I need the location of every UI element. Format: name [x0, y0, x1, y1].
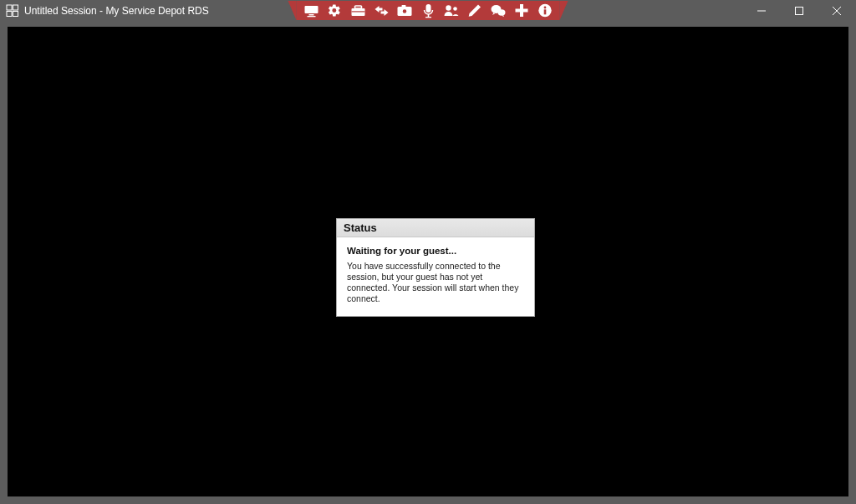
toolbar-edge-left — [288, 1, 297, 20]
window-title: Untitled Session - My Service Depot RDS — [24, 5, 209, 17]
toolbar-body — [297, 1, 560, 20]
titlebar: Untitled Session - My Service Depot RDS — [1, 1, 855, 20]
svg-rect-25 — [544, 9, 547, 14]
participants-icon[interactable] — [444, 3, 460, 18]
svg-rect-9 — [351, 11, 364, 12]
svg-point-20 — [498, 9, 506, 15]
session-toolbar — [288, 1, 568, 20]
toolbox-icon[interactable] — [350, 3, 366, 18]
svg-rect-8 — [354, 6, 361, 8]
svg-rect-26 — [757, 10, 766, 11]
svg-point-18 — [453, 7, 457, 11]
svg-rect-5 — [308, 14, 313, 16]
chat-icon[interactable] — [491, 3, 507, 18]
status-dialog: Status Waiting for your guest... You hav… — [336, 218, 535, 317]
toolbar-edge-right — [560, 1, 568, 20]
session-viewport: Status Waiting for your guest... You hav… — [8, 27, 848, 496]
status-heading: Waiting for your guest... — [347, 246, 524, 256]
svg-rect-11 — [402, 5, 406, 8]
svg-rect-6 — [307, 16, 315, 17]
monitor-icon[interactable] — [303, 3, 319, 18]
minimize-button[interactable] — [742, 1, 780, 20]
status-message: You have successfully connected to the s… — [347, 261, 524, 305]
svg-point-24 — [544, 7, 547, 9]
content-frame: Status Waiting for your guest... You hav… — [1, 20, 855, 503]
titlebar-left: Untitled Session - My Service Depot RDS — [1, 4, 209, 18]
microphone-icon[interactable] — [420, 3, 436, 18]
svg-rect-27 — [795, 7, 802, 14]
plus-icon[interactable] — [514, 3, 530, 18]
svg-rect-15 — [427, 14, 429, 17]
pen-icon[interactable] — [467, 3, 483, 18]
application-window: Untitled Session - My Service Depot RDS — [0, 0, 856, 504]
svg-rect-22 — [516, 9, 528, 13]
status-dialog-title: Status — [337, 219, 534, 237]
transfer-icon[interactable] — [374, 3, 390, 18]
svg-rect-14 — [425, 4, 431, 13]
app-icon — [6, 4, 19, 18]
window-controls — [742, 1, 855, 20]
svg-rect-4 — [304, 6, 318, 13]
info-icon[interactable] — [538, 3, 553, 18]
status-dialog-body: Waiting for your guest... You have succe… — [337, 237, 534, 316]
gear-icon[interactable] — [327, 3, 343, 18]
svg-rect-0 — [7, 5, 12, 10]
svg-rect-1 — [13, 5, 18, 10]
svg-point-17 — [446, 5, 451, 10]
svg-rect-2 — [7, 11, 12, 16]
maximize-button[interactable] — [780, 1, 818, 20]
close-button[interactable] — [818, 1, 855, 20]
svg-rect-3 — [13, 11, 18, 16]
svg-rect-16 — [425, 17, 431, 18]
camera-icon[interactable] — [397, 3, 413, 18]
